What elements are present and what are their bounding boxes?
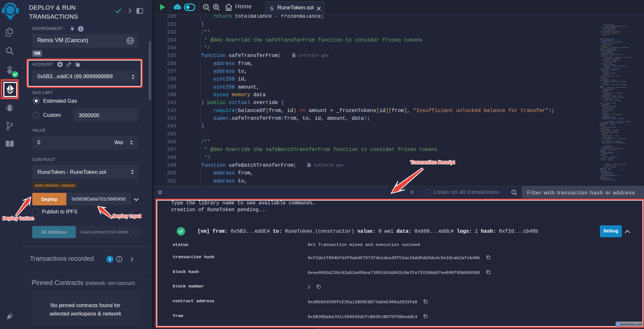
- svg-text:S: S: [270, 5, 274, 12]
